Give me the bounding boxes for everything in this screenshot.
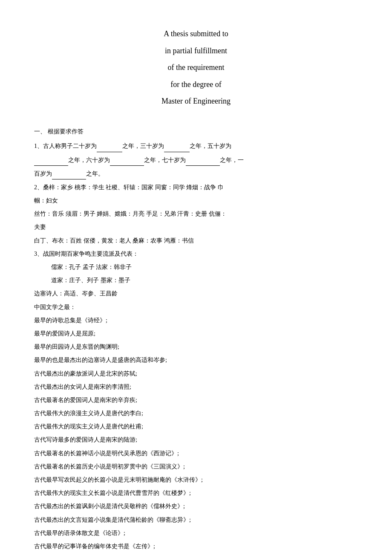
- list-item: 古代最著名的长篇神话小说是明代吴承恩的《西游记》;: [34, 448, 358, 459]
- list-item: 古代最杰出的文言短篇小说集是清代蒲松龄的《聊斋志异》;: [34, 515, 358, 525]
- header-section: A thesis submitted to in partial fulfill…: [34, 26, 358, 110]
- list-item: 1、古人称男子二十岁为 之年，三十岁为 之年，五十岁为: [34, 141, 358, 152]
- list-item: 3、战国时期百家争鸣主要流派及代表：: [34, 249, 358, 259]
- list-item: 百岁为 之年。: [34, 168, 358, 179]
- list-item: 最早的爱国诗人是屈原;: [34, 328, 358, 339]
- list-item: 道家：庄子、列子 墨家：墨子: [34, 275, 358, 286]
- list-item: 2、桑梓：家乡 桃李：学生 社稷、轩辕：国家 同窗：同学 烽烟：战争 巾: [34, 182, 358, 193]
- header-line3: of the requirement: [34, 59, 358, 76]
- list-item: 古代最早写农民起义的长篇小说是元末明初施耐庵的《水浒传》;: [34, 474, 358, 485]
- list-item: 之年，六十岁为 之年，七十岁为 之年，一: [34, 155, 358, 166]
- list-item: 古代最杰出的长篇讽刺小说是清代吴敬梓的《儒林外史》;: [34, 501, 358, 512]
- section1-title: 一、 根据要求作答: [34, 127, 358, 136]
- list-item: 古代写诗最多的爱国诗人是南宋的陆游;: [34, 434, 358, 445]
- list-item: 古代最伟大的现实主义长篇小说是清代曹雪芹的《红楼梦》;: [34, 488, 358, 498]
- content-section: 一、 根据要求作答 1、古人称男子二十岁为 之年，三十岁为 之年，五十岁为 之年…: [34, 127, 358, 555]
- list-item: 古代最早的语录体散文是《论语》;: [34, 528, 358, 538]
- list-item: 边塞诗人：高适、岑参、王昌龄: [34, 288, 358, 299]
- list-item: 最早的也是最杰出的边塞诗人是盛唐的高适和岑参;: [34, 355, 358, 365]
- blank6: [52, 168, 86, 179]
- blank4: [110, 155, 144, 166]
- list-item: 最早的田园诗人是东晋的陶渊明;: [34, 341, 358, 352]
- header-line2: in partial fulfillment: [34, 43, 358, 60]
- list-item: 古代最伟大的现实主义诗人是唐代的杜甫;: [34, 421, 358, 432]
- blank3: [34, 155, 68, 166]
- list-item: 古代最杰出的女词人是南宋的李清照;: [34, 382, 358, 392]
- blank5: [186, 155, 220, 166]
- list-item: 丝竹：音乐 须眉：男子 婵娟、嫦娥：月亮 手足：兄弟 汗青：史册 伉俪：: [34, 208, 358, 219]
- list-item: 帼：妇女: [34, 195, 358, 206]
- header-line5: Master of Engineering: [34, 93, 358, 110]
- header-line4: for the degree of: [34, 76, 358, 93]
- list-item: 白丁、布衣：百姓 伛偻，黄发：老人 桑麻：农事 鸿雁：书信: [34, 235, 358, 246]
- list-item: 古代最早的记事详备的编年体史书是《左传》;: [34, 541, 358, 552]
- list-item: 古代最伟大的浪漫主义诗人是唐代的李白;: [34, 408, 358, 419]
- list-item: 古代最杰出的豪放派词人是北宋的苏轼;: [34, 368, 358, 379]
- list-item: 最早的诗歌总集是《诗经》;: [34, 315, 358, 326]
- list-item: 儒家：孔子 孟子 法家：韩非子: [34, 262, 358, 272]
- list-item: 古代最著名的爱国词人是南宋的辛弃疾;: [34, 395, 358, 405]
- header-line1: A thesis submitted to: [34, 26, 358, 43]
- blank1: [97, 141, 122, 152]
- blank2: [164, 141, 190, 152]
- list-item: 中国文学之最：: [34, 302, 358, 312]
- list-item: 古代最著名的长篇历史小说是明初罗贯中的《三国演义》;: [34, 461, 358, 472]
- list-item: 夫妻: [34, 222, 358, 232]
